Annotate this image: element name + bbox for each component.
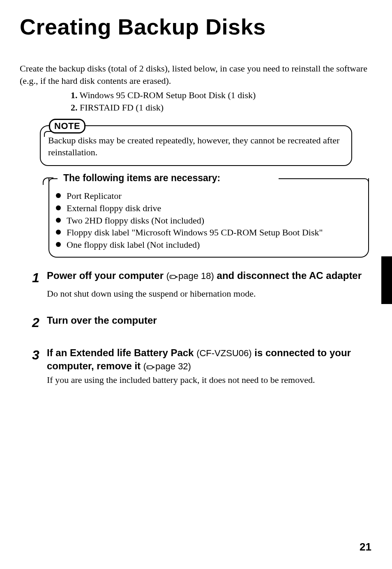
disk-list: 1. Windows 95 CD-ROM Setup Boot Disk (1 … <box>71 89 372 113</box>
step-title: Power off your computer (page 18) and di… <box>47 269 362 287</box>
step-number: 1 <box>32 269 43 287</box>
list-text: FIRSTAID FD (1 disk) <box>78 102 164 113</box>
thumb-tab <box>381 256 392 304</box>
step-heading: 3 If an Extended life Battery Pack (CF-V… <box>32 346 364 373</box>
list-item: Floppy disk label "Microsoft Windows 95 … <box>56 226 362 239</box>
page-title: Creating Backup Disks <box>20 14 372 39</box>
step-number: 2 <box>32 314 43 332</box>
list-item: Two 2HD floppy disks (Not included) <box>56 214 362 227</box>
step-number: 3 <box>32 346 43 373</box>
pointing-hand-icon <box>169 273 178 280</box>
step-1: 1 Power off your computer (page 18) and … <box>32 269 364 299</box>
list-number: 2. <box>71 102 78 113</box>
note-label: NOTE <box>49 119 85 134</box>
items-connector-icon <box>43 177 53 185</box>
step-heading: 2 Turn over the computer <box>32 314 364 332</box>
note-callout: NOTE Backup disks may be created repeate… <box>40 125 352 166</box>
step-2: 2 Turn over the computer <box>32 314 364 332</box>
items-bullet-list: Port Replicator External floppy disk dri… <box>56 190 362 251</box>
list-item: External floppy disk drive <box>56 202 362 214</box>
page-reference: (page 18) <box>166 271 214 281</box>
intro-paragraph: Create the backup disks (total of 2 disk… <box>20 62 372 87</box>
model-number: (CF-VZSU06) <box>196 348 251 358</box>
note-connector-icon <box>44 131 51 137</box>
page-reference: (page 32) <box>143 361 191 371</box>
list-item: One floppy disk label (Not included) <box>56 239 362 251</box>
step-body: Do not shut down using the suspend or hi… <box>47 288 364 299</box>
step-title: If an Extended life Battery Pack (CF-VZS… <box>47 346 364 373</box>
step-3: 3 If an Extended life Battery Pack (CF-V… <box>32 346 364 385</box>
step-body: If you are using the included battery pa… <box>47 375 364 385</box>
pointing-hand-icon <box>146 364 154 370</box>
list-item: 2. FIRSTAID FD (1 disk) <box>71 101 372 114</box>
step-title: Turn over the computer <box>47 314 157 332</box>
note-body: Backup disks may be created repeatedly, … <box>40 125 352 166</box>
steps-section: 1 Power off your computer (page 18) and … <box>32 269 364 385</box>
necessary-items-callout: The following items are necessary: Port … <box>48 178 369 257</box>
list-text: Windows 95 CD-ROM Setup Boot Disk (1 dis… <box>78 90 256 100</box>
items-title: The following items are necessary: <box>61 173 223 184</box>
items-box: Port Replicator External floppy disk dri… <box>48 178 369 257</box>
list-item: 1. Windows 95 CD-ROM Setup Boot Disk (1 … <box>71 89 372 101</box>
list-number: 1. <box>71 90 78 100</box>
page-number: 21 <box>360 541 371 553</box>
list-item: Port Replicator <box>56 190 362 202</box>
step-heading: 1 Power off your computer (page 18) and … <box>32 269 364 287</box>
manual-page: Creating Backup Disks Create the backup … <box>0 0 392 569</box>
